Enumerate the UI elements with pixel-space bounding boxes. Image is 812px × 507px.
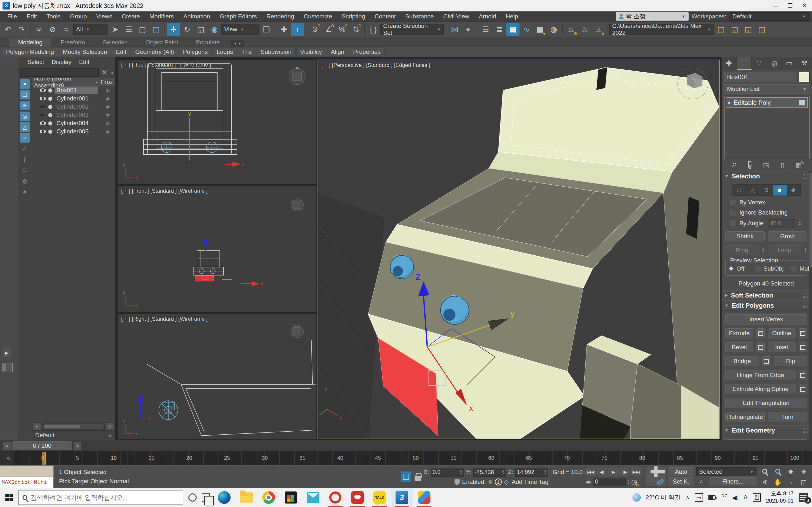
frozen-icon[interactable]: ∗: [101, 111, 115, 119]
track-bar[interactable]: ≡∿ 0510152025303540455055606570758085909…: [0, 451, 812, 465]
toggle-ribbon-icon[interactable]: ▤: [506, 23, 519, 36]
set-key-button[interactable]: Set K.: [668, 477, 694, 486]
named-selection-set-select[interactable]: Create Selection Set ▼: [380, 24, 444, 35]
weather-label[interactable]: 22°C 비 약간: [646, 493, 681, 502]
modifier-stack[interactable]: ▶ Editable Poly: [724, 96, 809, 159]
menu-item[interactable]: Tools: [42, 13, 65, 20]
select-and-link-icon[interactable]: ∞: [32, 23, 46, 36]
bevel-settings-icon[interactable]: [757, 342, 765, 352]
bridge-button[interactable]: Bridge: [725, 356, 759, 366]
motion-tab-icon[interactable]: ◎: [767, 57, 782, 70]
keyboard-override-toggle-icon[interactable]: ↑: [291, 23, 304, 36]
border-mode-icon[interactable]: Ɔ: [759, 185, 773, 195]
rectangular-selection-region-icon[interactable]: ▢: [136, 23, 149, 36]
explorer-more-icon[interactable]: »: [110, 69, 113, 76]
scroll-right-button[interactable]: >: [106, 423, 114, 430]
taskbar-app-3dsmax[interactable]: 3: [391, 488, 413, 507]
taskbar-app-bluestacks[interactable]: [413, 488, 435, 507]
taskbar-app-file-explorer[interactable]: [235, 488, 258, 507]
viewport-perspective-label[interactable]: [ + ] [Perspective ] [Standard ] [Edged …: [321, 62, 430, 68]
reference-coordinate-select[interactable]: View ▼: [221, 24, 259, 35]
filter-materials-icon[interactable]: ◍: [20, 176, 30, 186]
command-panel-scrollbar[interactable]: [809, 171, 812, 440]
taskbar-app-edge[interactable]: [213, 488, 235, 507]
ribbon-section[interactable]: Tris: [238, 48, 256, 56]
zoom-icon[interactable]: [758, 466, 771, 476]
visibility-eye-icon[interactable]: [40, 105, 46, 109]
asset-tracking-icon[interactable]: ◰: [714, 23, 728, 36]
filter-particles-icon[interactable]: ∴: [20, 144, 30, 153]
retriangulate-button[interactable]: Retriangulate: [725, 412, 765, 422]
maximize-button[interactable]: ❐: [783, 0, 798, 11]
timeline-ruler[interactable]: 0510152025303540455055606570758085909510…: [14, 451, 812, 465]
use-pivot-center-icon[interactable]: ❏: [260, 23, 273, 36]
wifi-icon[interactable]: [721, 494, 727, 501]
minimize-button[interactable]: —: [768, 0, 783, 11]
enabled-dot-icon[interactable]: [489, 480, 492, 484]
remove-modifier-icon[interactable]: ▯: [780, 161, 784, 169]
frozen-icon[interactable]: ∗: [101, 103, 115, 111]
bridge-settings-icon[interactable]: [762, 356, 770, 366]
z-coordinate-field[interactable]: 14.992▲▼: [515, 468, 548, 476]
ime-korean-label[interactable]: 한: [753, 493, 761, 502]
go-start-button[interactable]: |◀◀: [585, 467, 596, 476]
row-cylinder003[interactable]: Cylinder003 ∗: [32, 111, 115, 119]
shrink-button[interactable]: Shrink: [725, 231, 765, 241]
open-folder-icon[interactable]: ◱: [728, 23, 741, 36]
tab-populate[interactable]: Populate: [188, 38, 228, 47]
prev-frame-arrow[interactable]: <: [3, 442, 11, 450]
ribbon-section[interactable]: Modify Selection: [59, 48, 111, 56]
extrude-settings-icon[interactable]: [757, 328, 765, 338]
select-by-name-icon[interactable]: ☰: [122, 23, 136, 36]
visibility-eye-icon[interactable]: [40, 113, 46, 117]
hinge-settings-icon[interactable]: [799, 370, 807, 380]
ribbon-section[interactable]: Align: [327, 48, 348, 56]
y-coordinate-field[interactable]: -45.438▲▼: [473, 468, 506, 476]
menu-item[interactable]: Graph Editors: [215, 13, 262, 20]
filter-spacewarps-icon[interactable]: ≈: [20, 133, 30, 143]
menu-item[interactable]: Group: [65, 13, 92, 20]
select-and-rotate-icon[interactable]: ↻: [181, 23, 194, 36]
taskbar-app-mail[interactable]: [302, 488, 324, 507]
menu-item[interactable]: Animation: [179, 13, 215, 20]
visibility-eye-icon[interactable]: [40, 89, 46, 92]
filter-shapes-icon[interactable]: ❏: [20, 90, 30, 100]
make-unique-icon[interactable]: ◳: [763, 161, 769, 169]
render-dot-icon[interactable]: [48, 105, 52, 109]
toggle-scene-explorer-icon[interactable]: ☰: [479, 23, 492, 36]
asset-link-icon[interactable]: ◳: [755, 23, 768, 36]
preview-multi-radio[interactable]: [791, 266, 797, 272]
volume-icon[interactable]: ◀): [732, 494, 739, 501]
set-keys-button[interactable]: [646, 467, 666, 486]
inset-button[interactable]: Inset: [768, 342, 796, 352]
render-production-icon[interactable]: ♨↯: [592, 23, 605, 36]
modify-tab-icon[interactable]: ⌒: [737, 57, 752, 70]
loop-spinner[interactable]: ▲▼: [804, 245, 807, 256]
menu-item[interactable]: Modifiers: [145, 13, 179, 20]
battery-icon[interactable]: [708, 495, 716, 500]
spinner-snap-icon[interactable]: ⇅U: [349, 23, 362, 36]
viewport-top-label[interactable]: [ + ] [ Top ] [ Standard ] | [ Wireframe…: [121, 62, 211, 68]
time-configuration-icon[interactable]: ◷: [631, 478, 637, 486]
window-crossing-icon[interactable]: ◫: [149, 23, 163, 36]
render-dot-icon[interactable]: [48, 113, 52, 117]
ribbon-section[interactable]: Subdivision: [257, 48, 296, 56]
taskbar-app-red-circle[interactable]: [324, 488, 346, 507]
by-angle-field[interactable]: 45.0: [768, 219, 795, 228]
row-box001[interactable]: Box001 ∗: [32, 86, 115, 95]
zoom-extents-icon[interactable]: ◆: [784, 466, 797, 476]
explorer-menu[interactable]: Edit: [75, 59, 93, 66]
visibility-eye-icon[interactable]: [40, 121, 46, 125]
bind-to-spacewarp-icon[interactable]: ≈: [60, 23, 73, 36]
filter-lights-icon[interactable]: ☀: [20, 101, 30, 110]
next-frame-button[interactable]: |▶: [619, 467, 630, 476]
clear-search-icon[interactable]: ✕: [101, 68, 108, 77]
rendered-frame-window-icon[interactable]: ♨: [578, 23, 592, 36]
ribbon-section[interactable]: Polygon Modeling: [2, 48, 58, 56]
tab-selection[interactable]: Selection: [95, 38, 136, 47]
percent-snap-icon[interactable]: %U: [336, 23, 349, 36]
rollout-selection-header[interactable]: ▼ Selection ⣿⣿: [722, 171, 810, 181]
outline-button[interactable]: Outline: [768, 328, 796, 338]
menu-item[interactable]: Substance: [401, 13, 439, 20]
snap-toggle-3d-icon[interactable]: 3U: [308, 23, 322, 36]
